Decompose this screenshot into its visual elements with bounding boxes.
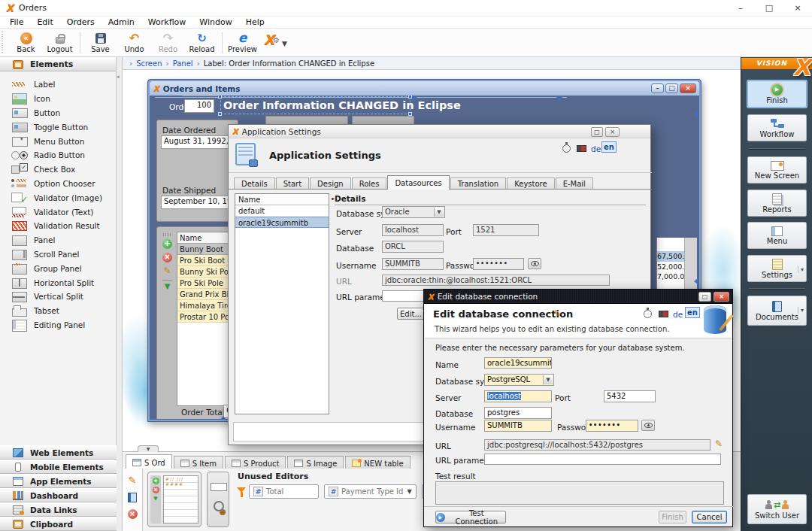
minimize-button[interactable]: –: [726, 3, 755, 13]
dialog-titlebar[interactable]: X Application Settings: [229, 125, 650, 138]
datasource-row[interactable]: default: [235, 205, 329, 217]
restore-button[interactable]: □: [698, 292, 711, 302]
vision-settings-button[interactable]: Settings: [747, 255, 807, 282]
dock-tab[interactable]: S Ord: [126, 454, 172, 469]
breadcrumb-item[interactable]: ›Label: Order Information CHANGED in Ecl…: [193, 59, 374, 68]
palette-item[interactable]: Group Panel: [0, 261, 117, 275]
breadcrumb-item[interactable]: ›Panel: [162, 59, 193, 68]
maximize-button[interactable]: □: [755, 3, 783, 13]
language-en-button[interactable]: en: [685, 307, 700, 318]
price-cell[interactable]: 67,500.00: [657, 251, 684, 262]
notebook-icon[interactable]: [128, 493, 137, 502]
selected-heading-label[interactable]: Order Information CHANGED in Eclipse: [220, 96, 411, 114]
edit-url-icon[interactable]: ✎: [715, 438, 723, 449]
palette-item[interactable]: Validation Result: [0, 219, 117, 233]
menu-item[interactable]: Help: [239, 17, 271, 27]
language-de-button[interactable]: de: [591, 144, 601, 153]
vision-workflow-button[interactable]: Workflow: [747, 114, 807, 141]
username-field[interactable]: SUMMITB: [382, 258, 444, 270]
back-button[interactable]: «Back: [9, 30, 43, 56]
palette-item[interactable]: Validator (Text): [0, 205, 117, 219]
save-button[interactable]: Save: [83, 30, 117, 56]
palette-item[interactable]: Icon: [0, 92, 117, 106]
dock-tab[interactable]: S Item: [174, 456, 223, 469]
close-button[interactable]: ×: [605, 127, 620, 137]
maximize-button[interactable]: □: [665, 83, 678, 93]
palette-section[interactable]: Clipboard: [0, 517, 117, 531]
port-field[interactable]: 5432: [604, 390, 656, 402]
palette-section[interactable]: Data Links: [0, 502, 117, 517]
dock-tab[interactable]: S Image: [287, 456, 344, 469]
edit-icon[interactable]: ✎: [129, 475, 137, 486]
redo-button[interactable]: ↷Redo: [151, 30, 185, 56]
unused-editor-chip[interactable]: # Payment Type Id ▼: [324, 484, 417, 499]
url-parameter-field[interactable]: [484, 454, 721, 465]
name-field[interactable]: oracle19csummitb: [484, 357, 552, 369]
test-connection-button[interactable]: ▶Test Connection: [435, 511, 506, 523]
vision-menu-button[interactable]: Menu: [747, 222, 807, 249]
dock-tab[interactable]: NEW table: [345, 456, 410, 469]
filter-icon[interactable]: [237, 487, 246, 493]
settings-tab[interactable]: Start: [276, 178, 309, 190]
close-button[interactable]: ×: [714, 292, 729, 302]
flag-icon[interactable]: [659, 311, 668, 317]
settings-tab[interactable]: Roles: [352, 178, 387, 190]
vision-finish-button[interactable]: ▶Finish: [747, 80, 807, 108]
switch-user-button[interactable]: ⇄ Switch User: [747, 494, 807, 524]
editing-panel-preview[interactable]: +×▼: [147, 472, 201, 527]
price-cell[interactable]: 7,000.00: [657, 272, 684, 282]
list-column-header[interactable]: Name: [235, 194, 329, 205]
palette-item[interactable]: Label: [0, 77, 117, 92]
menu-item[interactable]: Admin: [102, 17, 141, 27]
date-shipped-field[interactable]: September 10, 1992: [161, 196, 235, 209]
palette-item[interactable]: Horizontal Split: [0, 275, 117, 290]
splitter-handle[interactable]: ◂▸: [331, 196, 334, 201]
chevron-down-icon[interactable]: ▼: [282, 40, 287, 47]
password-field[interactable]: •••••••: [473, 258, 524, 270]
settings-tab[interactable]: Translation: [450, 178, 507, 190]
palette-section[interactable]: Dashboard: [0, 488, 117, 502]
orders-window-titlebar[interactable]: X Orders and Items – □ ×: [150, 81, 699, 96]
vision-documents-button[interactable]: Documents: [747, 296, 807, 326]
edit-datasource-button[interactable]: Edit...: [397, 308, 425, 320]
minimize-button[interactable]: –: [651, 83, 664, 93]
palette-section[interactable]: Mobile Elements: [0, 460, 117, 474]
language-en-button[interactable]: en: [601, 141, 617, 153]
server-field[interactable]: localhost: [484, 390, 552, 402]
menu-item[interactable]: File: [3, 17, 30, 27]
preview-button[interactable]: ePreview: [226, 30, 259, 56]
palette-item[interactable]: Scroll Panel: [0, 247, 117, 262]
menu-item[interactable]: Workflow: [141, 17, 193, 27]
database-system-select[interactable]: Oracle▼: [382, 206, 445, 218]
show-password-button[interactable]: [528, 258, 541, 269]
database-field[interactable]: postgres: [484, 407, 552, 419]
dock-collapse-button[interactable]: ▼: [138, 445, 159, 452]
palette-item[interactable]: Editing Panel: [0, 318, 117, 332]
delete-row-icon[interactable]: ×: [162, 253, 172, 262]
settings-tab[interactable]: Design: [310, 178, 351, 190]
logout-button[interactable]: Logout: [43, 30, 77, 56]
close-button[interactable]: ×: [783, 3, 812, 13]
history-icon[interactable]: [562, 144, 571, 153]
unused-editor-chip[interactable]: # Total ▼: [249, 484, 319, 499]
database-field[interactable]: ORCL: [382, 241, 444, 253]
language-de-button[interactable]: de: [673, 310, 683, 319]
history-icon[interactable]: [644, 310, 652, 318]
cancel-button[interactable]: Cancel: [692, 511, 727, 523]
restore-button[interactable]: □: [591, 127, 603, 137]
close-button[interactable]: ×: [680, 83, 696, 93]
toolbar-grip[interactable]: [2, 32, 5, 53]
selection-handle[interactable]: [218, 112, 222, 116]
collapse-left-icon[interactable]: ◂: [117, 74, 120, 80]
username-field[interactable]: SUMMITB: [484, 420, 552, 432]
sidebar-splitter[interactable]: ◂: [117, 57, 123, 531]
order-id-field[interactable]: 100: [184, 99, 214, 113]
settings-tab[interactable]: Keystore: [507, 178, 554, 190]
menu-item[interactable]: Orders: [60, 17, 102, 27]
search-panel-preview[interactable]: [207, 472, 229, 527]
palette-item[interactable]: Menu Button: [0, 134, 117, 148]
password-field[interactable]: •••••••: [586, 420, 638, 432]
palette-item[interactable]: Validator (Image): [0, 190, 117, 205]
palette-section[interactable]: Web Elements: [0, 445, 117, 460]
palette-item[interactable]: Button: [0, 106, 117, 120]
